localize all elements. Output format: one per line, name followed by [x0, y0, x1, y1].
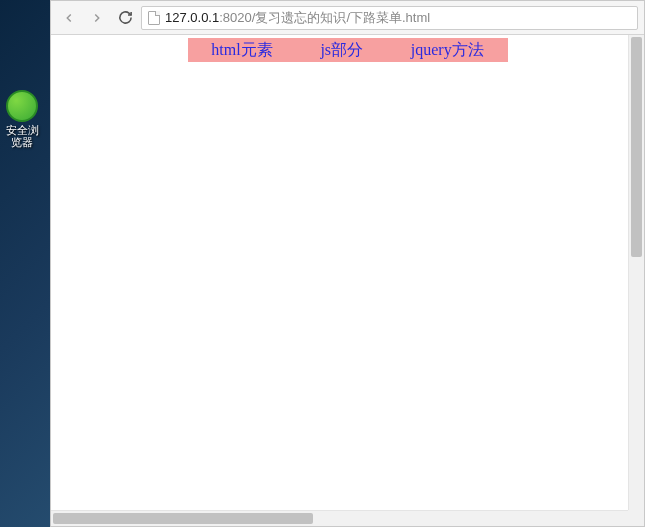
- menu-item-html[interactable]: html元素: [211, 40, 272, 61]
- desktop-background: 安全浏览器 127.0.0.1:8020/复习遗忘的知识/下路菜单.html: [0, 0, 645, 527]
- horizontal-scroll-thumb[interactable]: [53, 513, 313, 524]
- arrow-right-icon: [90, 11, 104, 25]
- back-button[interactable]: [57, 6, 81, 30]
- scroll-corner: [628, 510, 644, 526]
- menu-item-js[interactable]: js部分: [320, 40, 363, 61]
- vertical-scroll-thumb[interactable]: [631, 37, 642, 257]
- url-host: 127.0.0.1: [165, 10, 219, 25]
- forward-button[interactable]: [85, 6, 109, 30]
- reload-button[interactable]: [113, 6, 137, 30]
- browser-toolbar: 127.0.0.1:8020/复习遗忘的知识/下路菜单.html: [51, 1, 644, 35]
- browser-window: 127.0.0.1:8020/复习遗忘的知识/下路菜单.html html元素 …: [50, 0, 645, 527]
- url-path: /复习遗忘的知识/下路菜单.html: [252, 10, 430, 25]
- reload-icon: [118, 10, 133, 25]
- browser-globe-icon: [6, 90, 38, 122]
- page-menu-bar: html元素 js部分 jquery方法: [188, 38, 508, 62]
- page-viewport: html元素 js部分 jquery方法: [51, 35, 644, 526]
- desktop-shortcut-label: 安全浏览器: [2, 124, 42, 148]
- menu-item-jquery[interactable]: jquery方法: [411, 40, 484, 61]
- address-bar[interactable]: 127.0.0.1:8020/复习遗忘的知识/下路菜单.html: [141, 6, 638, 30]
- horizontal-scrollbar[interactable]: [51, 510, 628, 526]
- file-icon: [148, 11, 160, 25]
- desktop-shortcut-browser[interactable]: 安全浏览器: [2, 90, 42, 148]
- url-port: :8020: [219, 10, 252, 25]
- arrow-left-icon: [62, 11, 76, 25]
- vertical-scrollbar[interactable]: [628, 35, 644, 526]
